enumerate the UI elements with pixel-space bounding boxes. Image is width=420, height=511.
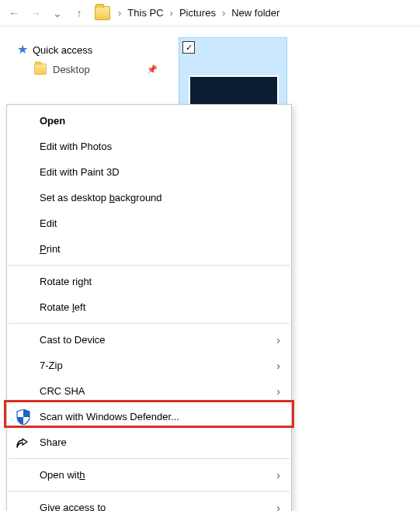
menu-label: Edit (40, 217, 57, 229)
menu-open-with[interactable]: Open with › (7, 462, 291, 488)
menu-separator (9, 458, 290, 459)
menu-label: Rotate right (40, 276, 92, 287)
menu-label: Open (40, 115, 65, 127)
chevron-right-icon[interactable]: › (116, 7, 123, 19)
menu-rotate-right[interactable]: Rotate right (7, 269, 291, 294)
menu-label: Rotate left (40, 301, 85, 313)
menu-share[interactable]: Share (7, 429, 291, 455)
menu-label: Edit with Photos (40, 141, 112, 152)
menu-crc-sha[interactable]: CRC SHA › (7, 378, 291, 404)
sidebar-quick-access[interactable]: ★ Quick access (16, 40, 159, 59)
star-icon: ★ (17, 43, 28, 56)
menu-rotate-left[interactable]: Rotate left (7, 294, 291, 320)
folder-icon (95, 6, 110, 20)
menu-label: CRC SHA (40, 385, 85, 397)
menu-label: Cast to Device (40, 334, 106, 346)
menu-label: Give access to (40, 502, 106, 511)
recent-locations-dropdown[interactable]: ⌄ (48, 4, 67, 23)
sidebar-item-label: Desktop (53, 64, 90, 75)
menu-7zip[interactable]: 7-Zip › (7, 353, 291, 378)
folder-icon (34, 64, 47, 75)
chevron-right-icon: › (276, 469, 280, 481)
menu-label: Open with (40, 469, 85, 481)
menu-give-access-to[interactable]: Give access to › (7, 495, 291, 511)
menu-label: Scan with Windows Defender... (40, 411, 179, 422)
menu-separator (9, 323, 290, 324)
menu-label: Share (40, 436, 67, 448)
navigation-pane: ★ Quick access Desktop 📌 (0, 26, 167, 79)
menu-label: 7-Zip (40, 360, 63, 371)
menu-cast-to-device[interactable]: Cast to Device › (7, 327, 291, 353)
menu-scan-defender[interactable]: Scan with Windows Defender... (7, 404, 291, 429)
selection-checkbox[interactable]: ✓ (182, 41, 195, 54)
menu-print[interactable]: Print (7, 236, 291, 262)
chevron-right-icon: › (276, 334, 280, 346)
breadcrumb-this-pc[interactable]: This PC (124, 5, 166, 20)
menu-edit-with-paint-3d[interactable]: Edit with Paint 3D (7, 159, 291, 185)
sidebar-desktop[interactable]: Desktop 📌 (16, 59, 159, 79)
chevron-right-icon[interactable]: › (168, 7, 175, 19)
menu-set-desktop-background[interactable]: Set as desktop background (7, 185, 291, 210)
breadcrumb[interactable]: › This PC › Pictures › New folder (116, 5, 283, 20)
forward-button[interactable]: → (26, 4, 45, 23)
shield-icon (15, 408, 32, 426)
pin-icon: 📌 (147, 64, 158, 75)
breadcrumb-new-folder[interactable]: New folder (228, 5, 283, 20)
chevron-right-icon: › (276, 385, 280, 398)
address-bar[interactable]: ← → ⌄ ↑ › This PC › Pictures › New folde… (0, 0, 420, 26)
up-button[interactable]: ↑ (70, 4, 89, 23)
back-button[interactable]: ← (5, 4, 23, 23)
menu-label: Edit with Paint 3D (40, 166, 120, 178)
menu-edit-with-photos[interactable]: Edit with Photos (7, 134, 291, 159)
share-icon (15, 434, 32, 451)
breadcrumb-pictures[interactable]: Pictures (176, 5, 219, 20)
chevron-right-icon[interactable]: › (220, 7, 227, 19)
menu-separator (9, 265, 290, 266)
menu-separator (9, 491, 290, 492)
sidebar-item-label: Quick access (33, 44, 92, 56)
chevron-right-icon: › (276, 360, 280, 372)
context-menu: Open Edit with Photos Edit with Paint 3D… (6, 104, 292, 511)
menu-edit[interactable]: Edit (7, 210, 291, 236)
chevron-right-icon: › (276, 502, 280, 512)
menu-open[interactable]: Open (7, 108, 291, 134)
menu-label: Set as desktop background (40, 192, 162, 203)
menu-label: Print (40, 243, 61, 255)
